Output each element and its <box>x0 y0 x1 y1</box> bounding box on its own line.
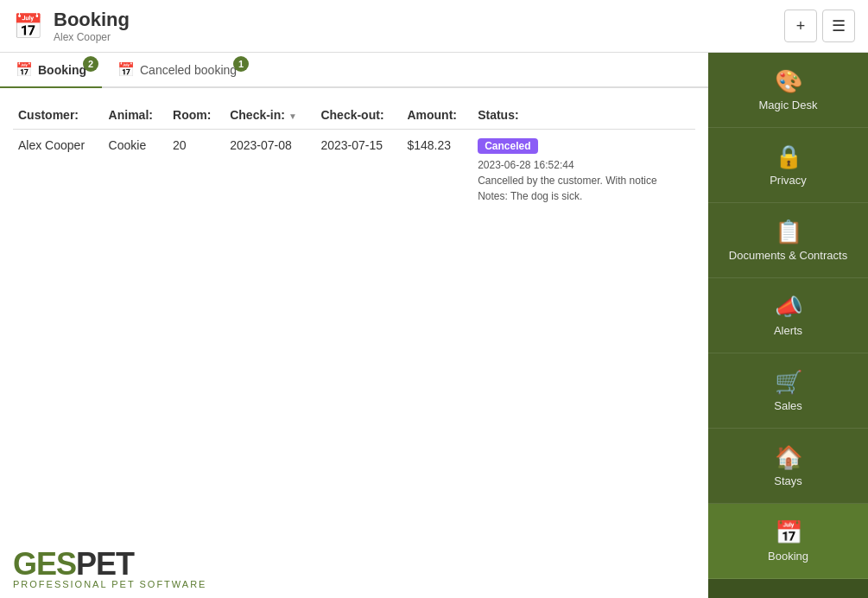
sidebar-item-stays-label: Stays <box>774 474 802 487</box>
sidebar-item-booking-label: Booking <box>768 550 808 563</box>
sidebar-item-stays[interactable]: 🏠 Stays <box>708 429 868 504</box>
col-animal: Animal: <box>104 101 168 130</box>
header-left: 📅 Booking Alex Cooper <box>13 9 130 43</box>
cell-customer: Alex Cooper <box>13 130 104 213</box>
logo: GESPET <box>13 546 695 582</box>
sidebar-item-sales-label: Sales <box>774 399 802 412</box>
add-button[interactable]: + <box>784 10 817 42</box>
sidebar-item-magic-desk-label: Magic Desk <box>759 99 818 111</box>
sidebar-item-booking[interactable]: 📅 Booking <box>708 504 868 579</box>
col-checkout: Check-out: <box>315 101 402 130</box>
page-subtitle: Alex Cooper <box>54 31 130 43</box>
logo-area: GESPET PROFESSIONAL PET SOFTWARE <box>0 529 708 598</box>
table-container: Customer: Animal: Room: Check-in: ▼ Chec… <box>0 88 708 529</box>
content-area: 📅 Booking 2 📅 Canceled booking 1 Custome… <box>0 53 708 598</box>
checkin-sort-icon: ▼ <box>288 111 297 121</box>
sidebar-item-documents-label: Documents & Contracts <box>729 249 847 262</box>
sidebar-item-alerts[interactable]: 📣 Alerts <box>708 278 868 353</box>
sidebar-item-privacy-label: Privacy <box>770 174 807 187</box>
page-title: Booking <box>54 9 130 31</box>
logo-ges: GES <box>13 546 76 582</box>
status-notes: Notes: The dog is sick. <box>478 188 690 204</box>
booking-table: Customer: Animal: Room: Check-in: ▼ Chec… <box>13 101 695 213</box>
tabs-bar: 📅 Booking 2 📅 Canceled booking 1 <box>0 53 708 88</box>
cell-status: Canceled 2023-06-28 16:52:44 Cancelled b… <box>472 130 695 213</box>
cell-checkin: 2023-07-08 <box>225 130 315 213</box>
privacy-icon: 🔒 <box>775 143 802 170</box>
header-buttons: + ☰ <box>784 10 855 42</box>
calendar-icon: 📅 <box>13 12 43 41</box>
cell-amount: $148.23 <box>402 130 472 213</box>
cell-room: 20 <box>168 130 225 213</box>
cell-animal: Cookie <box>104 130 168 213</box>
status-badge: Canceled <box>478 138 537 154</box>
logo-sub-pet: PET SOFTWARE <box>111 579 206 589</box>
menu-button[interactable]: ☰ <box>822 10 855 42</box>
stays-icon: 🏠 <box>775 444 802 471</box>
main-layout: 📅 Booking 2 📅 Canceled booking 1 Custome… <box>0 53 868 598</box>
col-room: Room: <box>168 101 225 130</box>
logo-pet: PET <box>76 546 134 582</box>
sidebar-item-documents[interactable]: 📋 Documents & Contracts <box>708 203 868 278</box>
header-title-block: Booking Alex Cooper <box>54 9 130 43</box>
sidebar: 🎨 Magic Desk 🔒 Privacy 📋 Documents & Con… <box>708 53 868 598</box>
sales-icon: 🛒 <box>775 369 802 396</box>
sidebar-item-alerts-label: Alerts <box>774 324 802 337</box>
tab-booking-badge: 2 <box>83 56 98 72</box>
cell-checkout: 2023-07-15 <box>315 130 402 213</box>
status-date: 2023-06-28 16:52:44 <box>478 157 690 173</box>
sidebar-item-privacy[interactable]: 🔒 Privacy <box>708 128 868 203</box>
magic-desk-icon: 🎨 <box>775 68 802 95</box>
alerts-icon: 📣 <box>775 294 802 321</box>
col-checkin[interactable]: Check-in: ▼ <box>225 101 315 130</box>
status-reason: Cancelled by the customer. With notice <box>478 173 690 188</box>
logo-sub-professional: PROFESSIONAL <box>13 579 111 589</box>
tab-canceled-badge: 1 <box>233 56 249 72</box>
sidebar-item-magic-desk[interactable]: 🎨 Magic Desk <box>708 53 868 128</box>
tab-canceled[interactable]: 📅 Canceled booking 1 <box>102 53 252 88</box>
tab-booking-icon: 📅 <box>16 61 33 78</box>
logo-subtitle: PROFESSIONAL PET SOFTWARE <box>13 579 695 589</box>
booking-icon: 📅 <box>775 519 802 546</box>
tab-canceled-label: Canceled booking <box>140 63 237 77</box>
header: 📅 Booking Alex Cooper + ☰ <box>0 0 868 53</box>
tab-booking[interactable]: 📅 Booking 2 <box>0 53 102 88</box>
col-amount: Amount: <box>402 101 472 130</box>
col-customer: Customer: <box>13 101 104 130</box>
tab-booking-label: Booking <box>38 63 86 77</box>
table-row: Alex Cooper Cookie 20 2023-07-08 2023-07… <box>13 130 695 213</box>
sidebar-item-sales[interactable]: 🛒 Sales <box>708 353 868 429</box>
col-status: Status: <box>472 101 695 130</box>
tab-canceled-icon: 📅 <box>117 61 135 78</box>
status-details: 2023-06-28 16:52:44 Cancelled by the cus… <box>478 157 690 204</box>
documents-icon: 📋 <box>775 219 802 245</box>
